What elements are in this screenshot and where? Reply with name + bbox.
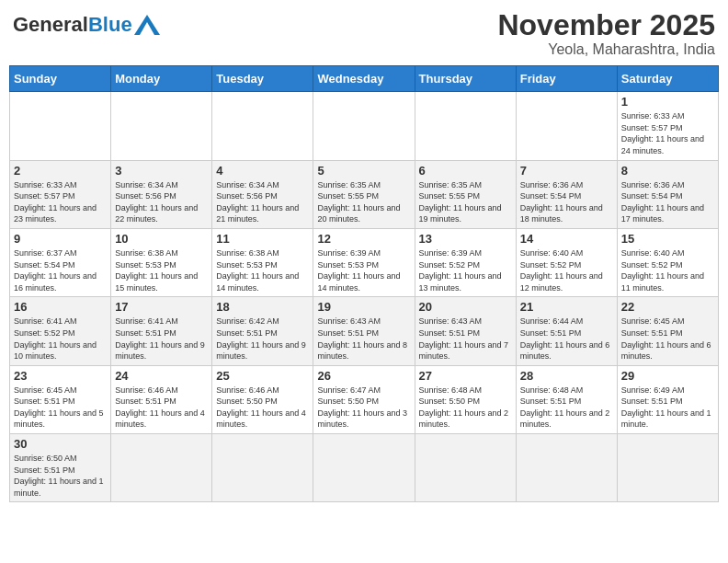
- calendar-cell: 1Sunrise: 6:33 AM Sunset: 5:57 PM Daylig…: [617, 92, 718, 160]
- day-number: 21: [520, 300, 613, 314]
- day-number: 26: [317, 369, 410, 383]
- day-number: 24: [115, 369, 208, 383]
- day-number: 25: [216, 369, 309, 383]
- title-block: November 2025 Yeola, Maharashtra, India: [497, 9, 715, 58]
- weekday-header: Friday: [516, 66, 617, 92]
- day-info: Sunrise: 6:49 AM Sunset: 5:51 PM Dayligh…: [621, 385, 714, 431]
- day-info: Sunrise: 6:43 AM Sunset: 5:51 PM Dayligh…: [317, 316, 410, 362]
- calendar-cell: [415, 434, 516, 502]
- weekday-header: Monday: [111, 66, 212, 92]
- calendar-cell: 26Sunrise: 6:47 AM Sunset: 5:50 PM Dayli…: [313, 365, 415, 433]
- day-number: 1: [621, 95, 714, 109]
- day-number: 10: [115, 232, 208, 246]
- calendar-cell: 2Sunrise: 6:33 AM Sunset: 5:57 PM Daylig…: [10, 160, 111, 228]
- day-number: 15: [621, 232, 714, 246]
- calendar-cell: 18Sunrise: 6:42 AM Sunset: 5:51 PM Dayli…: [212, 297, 313, 365]
- day-info: Sunrise: 6:38 AM Sunset: 5:53 PM Dayligh…: [216, 247, 309, 293]
- calendar-week-row: 2Sunrise: 6:33 AM Sunset: 5:57 PM Daylig…: [10, 160, 719, 228]
- day-info: Sunrise: 6:39 AM Sunset: 5:52 PM Dayligh…: [419, 247, 512, 293]
- calendar-cell: 20Sunrise: 6:43 AM Sunset: 5:51 PM Dayli…: [415, 297, 516, 365]
- day-number: 8: [621, 164, 714, 178]
- day-number: 20: [419, 300, 512, 314]
- day-number: 13: [419, 232, 512, 246]
- day-info: Sunrise: 6:41 AM Sunset: 5:51 PM Dayligh…: [115, 316, 208, 362]
- day-info: Sunrise: 6:41 AM Sunset: 5:52 PM Dayligh…: [14, 316, 107, 362]
- day-number: 14: [520, 232, 613, 246]
- day-info: Sunrise: 6:47 AM Sunset: 5:50 PM Dayligh…: [317, 385, 410, 431]
- weekday-header: Tuesday: [212, 66, 313, 92]
- weekday-header: Wednesday: [313, 66, 415, 92]
- calendar-cell: 22Sunrise: 6:45 AM Sunset: 5:51 PM Dayli…: [617, 297, 718, 365]
- calendar-cell: [212, 434, 313, 502]
- day-info: Sunrise: 6:36 AM Sunset: 5:54 PM Dayligh…: [520, 179, 613, 225]
- day-info: Sunrise: 6:33 AM Sunset: 5:57 PM Dayligh…: [14, 179, 107, 225]
- calendar-cell: 5Sunrise: 6:35 AM Sunset: 5:55 PM Daylig…: [313, 160, 415, 228]
- day-number: 3: [115, 164, 208, 178]
- day-info: Sunrise: 6:40 AM Sunset: 5:52 PM Dayligh…: [520, 247, 613, 293]
- calendar: SundayMondayTuesdayWednesdayThursdayFrid…: [9, 65, 719, 502]
- day-number: 2: [14, 164, 107, 178]
- logo-icon: [134, 15, 160, 35]
- weekday-header: Saturday: [617, 66, 718, 92]
- day-number: 16: [14, 300, 107, 314]
- day-info: Sunrise: 6:39 AM Sunset: 5:53 PM Dayligh…: [317, 247, 410, 293]
- day-number: 29: [621, 369, 714, 383]
- day-number: 6: [419, 164, 512, 178]
- day-number: 4: [216, 164, 309, 178]
- day-number: 11: [216, 232, 309, 246]
- day-number: 9: [14, 232, 107, 246]
- day-info: Sunrise: 6:44 AM Sunset: 5:51 PM Dayligh…: [520, 316, 613, 362]
- calendar-cell: [516, 434, 617, 502]
- calendar-cell: 8Sunrise: 6:36 AM Sunset: 5:54 PM Daylig…: [617, 160, 718, 228]
- day-info: Sunrise: 6:43 AM Sunset: 5:51 PM Dayligh…: [419, 316, 512, 362]
- calendar-cell: 3Sunrise: 6:34 AM Sunset: 5:56 PM Daylig…: [111, 160, 212, 228]
- calendar-cell: [617, 434, 718, 502]
- calendar-cell: 27Sunrise: 6:48 AM Sunset: 5:50 PM Dayli…: [415, 365, 516, 433]
- calendar-cell: [516, 92, 617, 160]
- calendar-cell: 23Sunrise: 6:45 AM Sunset: 5:51 PM Dayli…: [10, 365, 111, 433]
- day-info: Sunrise: 6:36 AM Sunset: 5:54 PM Dayligh…: [621, 179, 714, 225]
- day-info: Sunrise: 6:50 AM Sunset: 5:51 PM Dayligh…: [14, 453, 107, 499]
- day-info: Sunrise: 6:34 AM Sunset: 5:56 PM Dayligh…: [216, 179, 309, 225]
- calendar-cell: [10, 92, 111, 160]
- calendar-week-row: 9Sunrise: 6:37 AM Sunset: 5:54 PM Daylig…: [10, 228, 719, 296]
- day-info: Sunrise: 6:48 AM Sunset: 5:51 PM Dayligh…: [520, 385, 613, 431]
- day-info: Sunrise: 6:42 AM Sunset: 5:51 PM Dayligh…: [216, 316, 309, 362]
- day-number: 30: [14, 437, 107, 451]
- calendar-cell: 10Sunrise: 6:38 AM Sunset: 5:53 PM Dayli…: [111, 228, 212, 296]
- location-title: Yeola, Maharashtra, India: [497, 41, 715, 58]
- calendar-cell: 24Sunrise: 6:46 AM Sunset: 5:51 PM Dayli…: [111, 365, 212, 433]
- calendar-cell: 7Sunrise: 6:36 AM Sunset: 5:54 PM Daylig…: [516, 160, 617, 228]
- calendar-week-row: 23Sunrise: 6:45 AM Sunset: 5:51 PM Dayli…: [10, 365, 719, 433]
- day-info: Sunrise: 6:48 AM Sunset: 5:50 PM Dayligh…: [419, 385, 512, 431]
- day-info: Sunrise: 6:46 AM Sunset: 5:51 PM Dayligh…: [115, 385, 208, 431]
- day-number: 28: [520, 369, 613, 383]
- day-number: 18: [216, 300, 309, 314]
- weekday-header: Thursday: [415, 66, 516, 92]
- day-info: Sunrise: 6:33 AM Sunset: 5:57 PM Dayligh…: [621, 110, 714, 156]
- day-number: 22: [621, 300, 714, 314]
- day-number: 17: [115, 300, 208, 314]
- calendar-header-row: SundayMondayTuesdayWednesdayThursdayFrid…: [10, 66, 719, 92]
- day-info: Sunrise: 6:38 AM Sunset: 5:53 PM Dayligh…: [115, 247, 208, 293]
- day-info: Sunrise: 6:37 AM Sunset: 5:54 PM Dayligh…: [14, 247, 107, 293]
- day-number: 27: [419, 369, 512, 383]
- day-info: Sunrise: 6:34 AM Sunset: 5:56 PM Dayligh…: [115, 179, 208, 225]
- calendar-cell: 15Sunrise: 6:40 AM Sunset: 5:52 PM Dayli…: [617, 228, 718, 296]
- calendar-cell: [415, 92, 516, 160]
- calendar-week-row: 30Sunrise: 6:50 AM Sunset: 5:51 PM Dayli…: [10, 434, 719, 502]
- day-number: 23: [14, 369, 107, 383]
- calendar-week-row: 1Sunrise: 6:33 AM Sunset: 5:57 PM Daylig…: [10, 92, 719, 160]
- calendar-cell: 12Sunrise: 6:39 AM Sunset: 5:53 PM Dayli…: [313, 228, 415, 296]
- day-number: 19: [317, 300, 410, 314]
- day-info: Sunrise: 6:35 AM Sunset: 5:55 PM Dayligh…: [419, 179, 512, 225]
- logo-blue-text: Blue: [88, 13, 132, 37]
- month-title: November 2025: [497, 9, 715, 41]
- calendar-cell: 11Sunrise: 6:38 AM Sunset: 5:53 PM Dayli…: [212, 228, 313, 296]
- calendar-cell: 29Sunrise: 6:49 AM Sunset: 5:51 PM Dayli…: [617, 365, 718, 433]
- day-info: Sunrise: 6:35 AM Sunset: 5:55 PM Dayligh…: [317, 179, 410, 225]
- calendar-cell: 16Sunrise: 6:41 AM Sunset: 5:52 PM Dayli…: [10, 297, 111, 365]
- day-info: Sunrise: 6:45 AM Sunset: 5:51 PM Dayligh…: [621, 316, 714, 362]
- calendar-week-row: 16Sunrise: 6:41 AM Sunset: 5:52 PM Dayli…: [10, 297, 719, 365]
- logo-general-text: General: [13, 13, 88, 37]
